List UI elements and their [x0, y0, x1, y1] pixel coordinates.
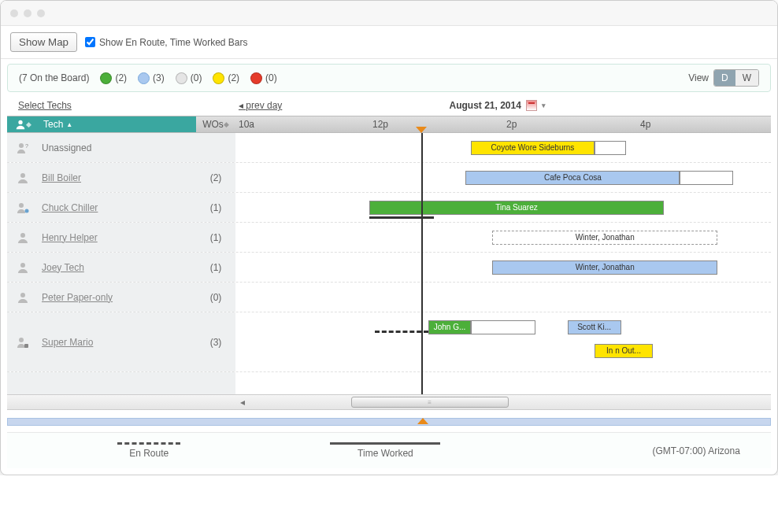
select-techs-link[interactable]: Select Techs	[18, 100, 72, 111]
tech-link[interactable]: Peter Paper-only	[42, 292, 113, 303]
svg-point-5	[25, 209, 29, 212]
svg-text:?: ?	[25, 143, 28, 149]
row-wos-count: (1)	[196, 253, 235, 282]
row-icon-cell	[7, 163, 39, 192]
row-timeline[interactable]: John G... Scott Ki... In n Out...	[235, 312, 771, 371]
now-marker-bottom-icon	[417, 418, 428, 424]
wo-bar-winter-dashed[interactable]: Winter, Jonathan	[492, 231, 717, 245]
dot-blue-icon	[138, 72, 150, 84]
row-wos-count: (2)	[196, 163, 235, 192]
status-chip-yellow[interactable]: (2)	[213, 72, 239, 84]
column-header-timeline: 10a 12p 2p 4p	[235, 116, 771, 132]
dot-yellow-icon	[213, 72, 224, 84]
dot-red-icon	[250, 72, 262, 84]
solid-line-icon	[330, 442, 440, 445]
person-gear-icon	[17, 336, 29, 349]
wo-bar-cafe[interactable]: Cafe Poca Cosa	[465, 171, 680, 185]
time-tick: 10a	[235, 116, 369, 132]
status-chip-green[interactable]: (2)	[100, 72, 127, 84]
status-summary-row: (7 On the Board) (2) (3) (0) (2) (0) Vie…	[7, 64, 771, 92]
tech-link[interactable]: Bill Boiler	[42, 172, 81, 183]
dispatch-board-window: Show Map Show En Route, Time Worked Bars…	[0, 0, 778, 475]
time-tick: 12p	[369, 116, 503, 132]
row-icon-cell	[7, 223, 39, 252]
wo-bar-tina[interactable]: Tina Suarez	[369, 201, 664, 215]
scroll-left-button[interactable]: ◂	[235, 397, 250, 408]
dropdown-caret-icon[interactable]: ▾	[542, 102, 546, 109]
view-day-button[interactable]: D	[714, 70, 735, 86]
svg-rect-10	[24, 344, 28, 348]
row-timeline[interactable]	[235, 283, 771, 312]
status-chip-red[interactable]: (0)	[250, 72, 277, 84]
wo-bar-scott[interactable]: Scott Ki...	[568, 320, 621, 334]
tech-link[interactable]: Super Mario	[42, 337, 93, 348]
person-icon	[17, 172, 29, 184]
row-wos-count: (3)	[196, 312, 235, 371]
tech-row-joey-tech: Joey Tech (1) Winter, Jonathan	[7, 253, 771, 283]
show-bars-checkbox-label[interactable]: Show En Route, Time Worked Bars	[85, 37, 248, 48]
tech-row-bill-boiler: Bill Boiler (2) Cafe Poca Cosa	[7, 163, 771, 193]
column-header-tech[interactable]: Tech ▲	[39, 116, 196, 132]
footer-strip	[7, 418, 771, 426]
time-tick: 4p	[637, 116, 771, 132]
row-timeline[interactable]: Winter, Jonathan	[235, 223, 771, 252]
row-timeline[interactable]: Winter, Jonathan	[235, 253, 771, 282]
window-control-dot[interactable]	[24, 9, 31, 17]
show-map-button[interactable]: Show Map	[10, 32, 77, 52]
tech-link[interactable]: Chuck Chiller	[42, 202, 98, 213]
person-icon	[17, 261, 29, 274]
column-header-row: ◆ Tech ▲ WOs ◆ 10a 12p 2p 4p	[7, 116, 771, 133]
scroll-thumb[interactable]: ≡	[351, 397, 509, 408]
chevron-left-icon: ◂	[239, 100, 243, 111]
tech-link[interactable]: Henry Helper	[42, 232, 98, 243]
row-tech-name: Peter Paper-only	[39, 283, 196, 312]
svg-point-3	[20, 173, 25, 178]
wo-bar-winter[interactable]: Winter, Jonathan	[492, 260, 717, 275]
row-timeline[interactable]: Tina Suarez	[235, 193, 771, 222]
row-tech-name: Unassigned	[39, 133, 196, 162]
svg-point-8	[20, 293, 25, 297]
date-nav-row: Select Techs ◂ prev day August 21, 2014 …	[7, 97, 771, 114]
wo-bar-extension[interactable]	[680, 171, 733, 185]
status-chip-blue[interactable]: (3)	[138, 72, 165, 84]
tech-row-unassigned: ? Unassigned Coyote Wore Sideburns	[7, 133, 771, 163]
status-counts: (7 On the Board) (2) (3) (0) (2) (0)	[19, 72, 277, 84]
dot-green-icon	[100, 72, 112, 84]
current-date: August 21, 2014 ▾	[449, 100, 545, 111]
show-bars-checkbox[interactable]	[85, 37, 95, 47]
horizontal-scrollbar[interactable]: ◂ ≡	[7, 394, 771, 410]
window-control-dot[interactable]	[37, 9, 45, 17]
sort-asc-icon: ▲	[66, 121, 72, 128]
prev-day-link[interactable]: ◂ prev day	[239, 100, 282, 111]
row-icon-cell	[7, 193, 39, 222]
row-icon-cell: ?	[7, 133, 39, 162]
row-icon-cell	[7, 253, 39, 282]
row-wos-count	[196, 133, 235, 162]
legend-time-worked: Time Worked	[267, 442, 503, 459]
status-chip-gray[interactable]: (0)	[176, 72, 202, 84]
calendar-icon[interactable]	[526, 100, 537, 111]
view-toggle-group: View D W	[688, 69, 759, 87]
sort-handle-icon: ◆	[224, 120, 229, 128]
en-route-segment	[375, 331, 428, 333]
row-timeline[interactable]: Coyote Wore Sideburns	[235, 133, 771, 162]
column-header-icon-cell[interactable]: ◆	[7, 116, 39, 132]
show-bars-label: Show En Route, Time Worked Bars	[99, 37, 248, 48]
wo-bar-inout[interactable]: In n Out...	[595, 344, 654, 358]
wo-bar-coyote[interactable]: Coyote Wore Sideburns	[471, 141, 594, 155]
tech-link[interactable]: Joey Tech	[42, 262, 84, 273]
time-worked-segment	[369, 216, 434, 219]
person-question-icon: ?	[17, 142, 29, 154]
legend-en-route: En Route	[31, 442, 267, 459]
gantt-body: ? Unassigned Coyote Wore Sideburns Bill …	[1, 133, 777, 394]
column-header-wos[interactable]: WOs ◆	[196, 116, 235, 132]
row-wos-count: (0)	[196, 283, 235, 312]
wo-bar-extension[interactable]	[595, 141, 627, 155]
view-week-button[interactable]: W	[735, 70, 758, 86]
row-wos-count: (1)	[196, 223, 235, 252]
row-timeline[interactable]: Cafe Poca Cosa	[235, 163, 771, 192]
window-control-dot[interactable]	[10, 9, 18, 17]
wo-bar-extension[interactable]	[471, 320, 535, 334]
wo-bar-john[interactable]: John G...	[428, 320, 471, 334]
person-icon	[17, 291, 29, 304]
